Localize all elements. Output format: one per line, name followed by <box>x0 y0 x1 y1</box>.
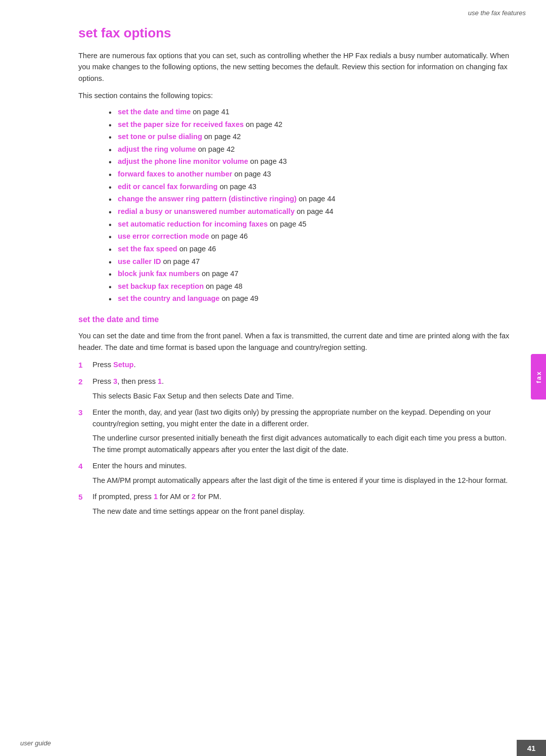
step-number-1: 1 <box>78 359 93 371</box>
topic-link-2[interactable]: set the paper size for received faxes <box>118 120 244 128</box>
step-5-after: for PM. <box>196 493 221 501</box>
section1-body: You can set the date and time from the f… <box>78 330 516 353</box>
page-footer: user guide <box>20 739 51 747</box>
list-item: set tone or pulse dialing on page 42 <box>109 130 516 143</box>
list-item: change the answer ring pattern (distinct… <box>109 193 516 205</box>
list-item: set the fax speed on page 46 <box>109 243 516 255</box>
topic-link-15[interactable]: set backup fax reception <box>118 282 204 290</box>
step-1-link[interactable]: Setup <box>113 361 133 369</box>
topic-link-5[interactable]: adjust the phone line monitor volume <box>118 157 248 165</box>
topic-link-12[interactable]: set the fax speed <box>118 245 177 253</box>
step-1-text: Press <box>93 361 113 369</box>
topics-list: set the date and time on page 41 set the… <box>109 106 516 305</box>
list-item: use error correction mode on page 46 <box>109 230 516 243</box>
topics-intro: This section contains the following topi… <box>78 90 516 101</box>
fax-tab: fax <box>531 354 546 399</box>
list-item: adjust the ring volume on page 42 <box>109 143 516 156</box>
steps-list: 1 Press Setup. 2 Press 3, then press 1. … <box>78 359 516 517</box>
topic-page-16: on page 49 <box>219 294 258 302</box>
step-5: 5 If prompted, press 1 for AM or 2 for P… <box>78 491 516 517</box>
topic-page-5: on page 43 <box>248 157 287 165</box>
step-number-4: 4 <box>78 460 93 472</box>
topic-page-2: on page 42 <box>244 120 283 128</box>
step-5-sub: The new date and time settings appear on… <box>93 506 516 517</box>
step-5-link2[interactable]: 2 <box>192 493 196 501</box>
list-item: redial a busy or unanswered number autom… <box>109 205 516 218</box>
topic-link-3[interactable]: set tone or pulse dialing <box>118 132 202 141</box>
step-5-text: If prompted, press <box>93 493 154 501</box>
step-3-text: Enter the month, day, and year (last two… <box>93 408 491 427</box>
step-4-sub: The AM/PM prompt automatically appears a… <box>93 475 516 486</box>
topic-page-3: on page 42 <box>202 132 241 141</box>
topic-link-11[interactable]: use error correction mode <box>118 232 209 240</box>
list-item: set automatic reduction for incoming fax… <box>109 218 516 231</box>
topic-page-11: on page 46 <box>209 232 248 240</box>
step-1-content: Press Setup. <box>93 359 516 370</box>
step-4: 4 Enter the hours and minutes. The AM/PM… <box>78 460 516 486</box>
section1-heading: set the date and time <box>78 315 516 324</box>
topic-page-10: on page 45 <box>268 220 307 228</box>
topic-link-8[interactable]: change the answer ring pattern (distinct… <box>118 195 297 203</box>
list-item: block junk fax numbers on page 47 <box>109 268 516 280</box>
step-number-5: 5 <box>78 491 93 503</box>
list-item: set the country and language on page 49 <box>109 292 516 305</box>
step-number-2: 2 <box>78 376 93 387</box>
step-2-content: Press 3, then press 1. This selects Basi… <box>93 376 516 402</box>
page-number: 41 <box>517 740 546 756</box>
step-5-link1[interactable]: 1 <box>154 493 158 501</box>
step-4-content: Enter the hours and minutes. The AM/PM p… <box>93 460 516 486</box>
fax-tab-label: fax <box>535 371 542 383</box>
topic-page-15: on page 48 <box>204 282 243 290</box>
list-item: set the paper size for received faxes on… <box>109 118 516 131</box>
step-number-3: 3 <box>78 407 93 418</box>
step-3-sub: The underline cursor presented initially… <box>93 432 516 455</box>
step-2-after: . <box>162 377 164 385</box>
topic-link-4[interactable]: adjust the ring volume <box>118 145 196 153</box>
topic-page-9: on page 44 <box>295 207 334 215</box>
topic-link-7[interactable]: edit or cancel fax forwarding <box>118 183 217 191</box>
topic-page-8: on page 44 <box>297 195 336 203</box>
step-4-text: Enter the hours and minutes. <box>93 462 187 470</box>
topic-page-14: on page 47 <box>200 270 239 278</box>
step-2-middle: , then press <box>117 377 158 385</box>
step-2-link2[interactable]: 1 <box>158 377 162 385</box>
step-1: 1 Press Setup. <box>78 359 516 371</box>
step-2-text: Press <box>93 377 113 385</box>
step-5-content: If prompted, press 1 for AM or 2 for PM.… <box>93 491 516 517</box>
topic-link-9[interactable]: redial a busy or unanswered number autom… <box>118 207 295 215</box>
step-5-middle: for AM or <box>158 493 192 501</box>
intro-para1: There are numerous fax options that you … <box>78 50 516 84</box>
topic-page-13: on page 47 <box>161 257 200 265</box>
list-item: use caller ID on page 47 <box>109 255 516 268</box>
topic-link-13[interactable]: use caller ID <box>118 257 161 265</box>
main-content: set fax options There are numerous fax o… <box>78 25 516 736</box>
page-header: use the fax features <box>468 9 526 17</box>
topic-link-10[interactable]: set automatic reduction for incoming fax… <box>118 220 268 228</box>
topic-page-1: on page 41 <box>191 108 230 116</box>
step-2: 2 Press 3, then press 1. This selects Ba… <box>78 376 516 402</box>
list-item: edit or cancel fax forwarding on page 43 <box>109 181 516 193</box>
step-3: 3 Enter the month, day, and year (last t… <box>78 407 516 455</box>
topic-link-16[interactable]: set the country and language <box>118 294 219 302</box>
list-item: set backup fax reception on page 48 <box>109 280 516 293</box>
step-1-after: . <box>133 361 135 369</box>
list-item: adjust the phone line monitor volume on … <box>109 155 516 168</box>
page-title: set fax options <box>78 25 516 41</box>
step-3-content: Enter the month, day, and year (last two… <box>93 407 516 455</box>
topic-link-1[interactable]: set the date and time <box>118 108 191 116</box>
step-2-sub: This selects Basic Fax Setup and then se… <box>93 390 516 402</box>
list-item: forward faxes to another number on page … <box>109 168 516 181</box>
topic-page-4: on page 42 <box>196 145 235 153</box>
list-item: set the date and time on page 41 <box>109 106 516 118</box>
topic-link-6[interactable]: forward faxes to another number <box>118 170 232 178</box>
topic-page-7: on page 43 <box>217 183 256 191</box>
topic-page-12: on page 46 <box>177 245 216 253</box>
topic-page-6: on page 43 <box>232 170 271 178</box>
topic-link-14[interactable]: block junk fax numbers <box>118 270 200 278</box>
step-2-link1[interactable]: 3 <box>113 377 117 385</box>
